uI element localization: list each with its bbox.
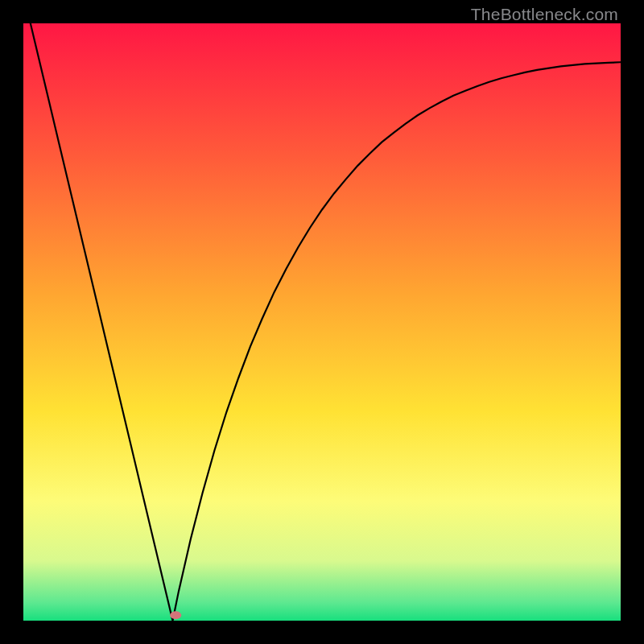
chart-background xyxy=(23,23,621,621)
chart-svg xyxy=(23,23,621,621)
watermark-text: TheBottleneck.com xyxy=(471,5,618,24)
chart-plot-area xyxy=(23,23,621,621)
optimum-marker xyxy=(170,611,181,619)
chart-frame: TheBottleneck.com xyxy=(0,0,644,644)
